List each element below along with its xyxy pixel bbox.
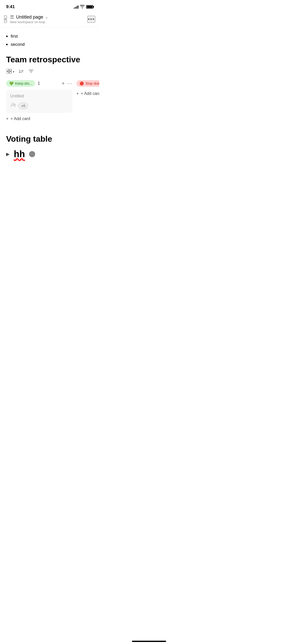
- sort-button[interactable]: [18, 68, 24, 75]
- kanban-toolbar: ▾: [6, 68, 93, 75]
- sort-icon: [19, 69, 24, 75]
- filter-button[interactable]: [28, 68, 34, 75]
- add-card-header-button[interactable]: +: [62, 81, 65, 86]
- voting-heading: Voting table: [6, 134, 93, 144]
- hh-row: ▶ hh: [6, 149, 93, 159]
- page-title-row[interactable]: ☰ Untitled page ⌄: [10, 14, 48, 20]
- view-chevron-icon: ▾: [13, 70, 14, 74]
- signal-icon: [74, 5, 78, 9]
- column-more-button[interactable]: ⋯: [67, 81, 72, 86]
- bullet-list: first second: [6, 32, 93, 49]
- page-title: Untitled page: [16, 14, 43, 20]
- add-card-inline-stop[interactable]: + + Add card: [76, 90, 99, 97]
- back-button[interactable]: ‹: [4, 15, 7, 23]
- page-info: ☰ Untitled page ⌄ New workspace on loop: [10, 14, 48, 24]
- card-title: Untitled: [10, 94, 68, 98]
- svg-rect-1: [9, 69, 11, 71]
- add-card-label: + Add card: [10, 116, 30, 121]
- kanban-column-stop: 🔴 Stop doin + + Add card: [76, 80, 99, 122]
- more-button[interactable]: •••: [87, 16, 95, 23]
- add-card-button-keep[interactable]: + + Add card: [6, 115, 30, 122]
- kanban-column-keep: 💚 Keep doi... 1 + ⋯ Untitled: [6, 80, 72, 122]
- page-icon: ☰: [10, 14, 14, 20]
- column-actions-keep: + ⋯: [62, 81, 72, 86]
- keep-tag-icon: 💚: [9, 81, 13, 85]
- card-footer: +0: [10, 103, 68, 109]
- svg-rect-3: [9, 71, 11, 74]
- status-bar: 9:41: [0, 0, 99, 12]
- status-icons: [74, 5, 93, 9]
- hh-text: hh: [14, 149, 25, 159]
- add-icon: +: [76, 91, 79, 96]
- keep-tag-label: Keep doi...: [15, 81, 32, 85]
- nav-left: ‹ ☰ Untitled page ⌄ New workspace on loo…: [4, 14, 87, 24]
- list-item-text: first: [11, 34, 18, 39]
- bullet-dot: [6, 36, 8, 37]
- grey-dot: [29, 151, 35, 157]
- assign-icon[interactable]: [10, 103, 16, 109]
- column-tag-stop[interactable]: 🔴 Stop doin: [76, 80, 99, 87]
- expand-arrow-icon[interactable]: ▶: [6, 151, 10, 157]
- filter-icon: [29, 69, 34, 75]
- kanban-board: 💚 Keep doi... 1 + ⋯ Untitled: [0, 80, 99, 124]
- vote-button[interactable]: +0: [18, 103, 28, 109]
- stop-tag-label: Stop doin: [85, 81, 99, 85]
- kanban-card[interactable]: Untitled +0: [6, 90, 72, 113]
- column-header-keep: 💚 Keep doi... 1 + ⋯: [6, 80, 72, 87]
- svg-rect-2: [7, 71, 9, 74]
- page-subtitle: New workspace on loop: [10, 20, 48, 24]
- status-time: 9:41: [6, 4, 15, 9]
- add-icon: +: [6, 116, 8, 121]
- wifi-icon: [80, 5, 85, 9]
- add-card-label: + Add card: [81, 91, 99, 96]
- stop-tag-icon: 🔴: [79, 81, 84, 85]
- view-icon: [7, 69, 12, 75]
- retro-heading: Team retrospective: [6, 55, 93, 64]
- list-item: first: [6, 32, 93, 40]
- view-toggle-button[interactable]: ▾: [6, 68, 15, 75]
- column-count-keep: 1: [38, 81, 40, 86]
- column-tag-keep[interactable]: 💚 Keep doi...: [6, 80, 35, 87]
- nav-bar: ‹ ☰ Untitled page ⌄ New workspace on loo…: [0, 12, 99, 27]
- list-item: second: [6, 40, 93, 49]
- list-item-text: second: [11, 42, 25, 47]
- svg-rect-0: [7, 69, 9, 71]
- column-header-stop: 🔴 Stop doin: [76, 80, 99, 87]
- chevron-down-icon[interactable]: ⌄: [45, 15, 48, 19]
- svg-point-4: [12, 103, 14, 105]
- content-area: first second Team retrospective ▾: [0, 27, 99, 165]
- bullet-dot: [6, 44, 8, 45]
- battery-icon: [86, 5, 93, 9]
- voting-section: Voting table ▶ hh: [6, 134, 93, 159]
